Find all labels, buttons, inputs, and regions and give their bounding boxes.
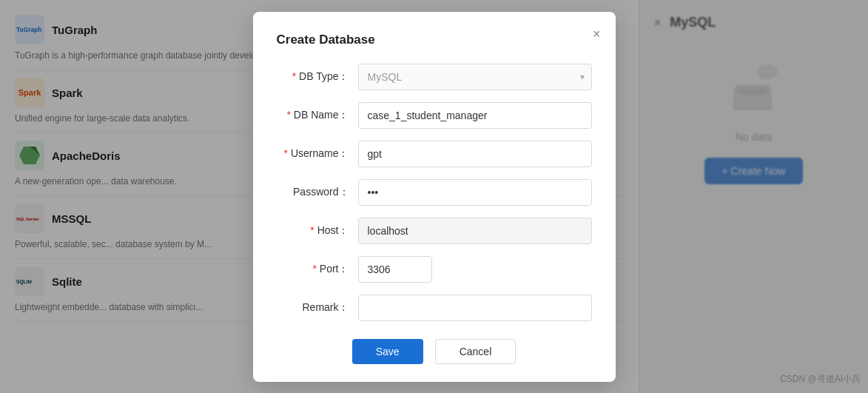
cancel-button[interactable]: Cancel — [435, 339, 517, 364]
host-row: Host： — [277, 218, 592, 244]
modal-footer: Save Cancel — [277, 339, 592, 364]
host-input[interactable] — [358, 218, 592, 244]
remark-input[interactable] — [358, 295, 592, 321]
db-type-row: DB Type： MySQL MSSQL SQLite ▾ — [277, 64, 592, 90]
db-name-row: DB Name： — [277, 102, 592, 129]
host-label: Host： — [277, 224, 358, 238]
password-input[interactable] — [358, 179, 592, 206]
username-label: Username： — [277, 147, 358, 161]
password-row: Password： — [277, 179, 592, 206]
save-button[interactable]: Save — [352, 339, 423, 364]
port-label: Port： — [277, 263, 358, 276]
modal-overlay: Create Database × DB Type： MySQL MSSQL S… — [0, 0, 868, 393]
username-input[interactable] — [358, 141, 592, 167]
modal-title: Create Database — [277, 33, 592, 47]
password-label: Password： — [277, 186, 358, 199]
port-input[interactable] — [358, 256, 432, 283]
db-type-select[interactable]: MySQL MSSQL SQLite — [358, 64, 592, 90]
db-name-input[interactable] — [358, 102, 592, 129]
remark-row: Remark： — [277, 295, 592, 321]
db-type-label: DB Type： — [277, 70, 358, 84]
db-type-select-wrapper: MySQL MSSQL SQLite ▾ — [358, 64, 592, 90]
username-row: Username： — [277, 141, 592, 167]
modal-close-button[interactable]: × — [593, 27, 601, 42]
create-database-modal: Create Database × DB Type： MySQL MSSQL S… — [253, 12, 616, 382]
remark-label: Remark： — [277, 301, 358, 315]
db-name-label: DB Name： — [277, 109, 358, 122]
port-row: Port： — [277, 256, 592, 283]
